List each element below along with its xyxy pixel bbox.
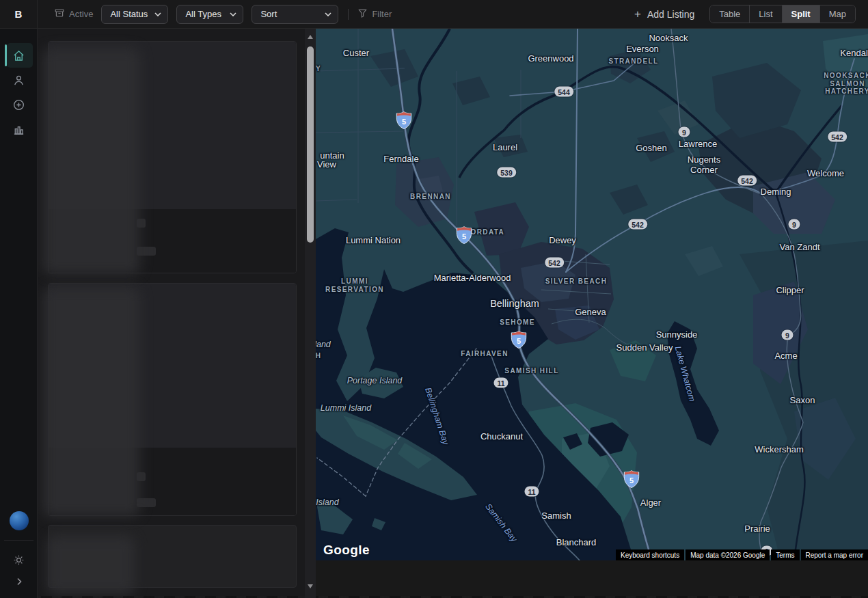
svg-text:5: 5	[517, 337, 521, 345]
svg-text:5: 5	[629, 476, 634, 485]
route-badge: 542	[628, 219, 647, 230]
attribution-item[interactable]: Terms	[771, 549, 799, 560]
status-filter-select[interactable]: All Status	[101, 5, 168, 24]
blurred-listing-content	[43, 287, 140, 517]
attribution-item[interactable]: Report a map error	[801, 549, 868, 560]
funnel-icon	[358, 9, 367, 20]
route-badge: 542	[828, 132, 847, 142]
view-mode-switcher: Table List Split Map	[709, 5, 856, 23]
add-listing-button[interactable]: + Add Listing	[634, 8, 694, 20]
sidebar-item-home[interactable]	[0, 42, 38, 68]
archive-icon	[55, 8, 64, 20]
view-map-button[interactable]: Map	[820, 5, 855, 23]
sort-filter[interactable]: Sort	[252, 9, 338, 19]
below-map-filler	[316, 560, 868, 598]
type-filter[interactable]: All Types	[177, 9, 241, 19]
route-badge: 11	[493, 378, 508, 388]
type-filter-select[interactable]: All Types	[176, 5, 243, 24]
view-split-button[interactable]: Split	[783, 5, 820, 23]
interstate-shield: 5	[623, 470, 640, 489]
svg-text:5: 5	[462, 232, 466, 241]
plus-icon: +	[634, 8, 641, 20]
route-badge: 9	[789, 219, 800, 230]
scroll-down-arrow[interactable]	[308, 584, 313, 588]
view-list-button[interactable]: List	[750, 5, 782, 23]
user-avatar[interactable]	[10, 511, 29, 530]
view-table-button[interactable]: Table	[710, 5, 750, 23]
sidebar-divider	[4, 540, 33, 541]
blurred-listing-content	[43, 48, 140, 275]
route-badge: 539	[497, 167, 516, 178]
interstate-shield: 5	[456, 226, 473, 245]
map-attribution: Keyboard shortcutsMap data ©2026 GoogleT…	[616, 549, 868, 560]
scroll-up-arrow[interactable]	[308, 35, 313, 39]
attribution-item: Map data ©2026 Google	[686, 549, 770, 560]
attribution-item[interactable]: Keyboard shortcuts	[616, 549, 684, 560]
sidebar-item-contacts[interactable]	[0, 67, 38, 93]
sort-select[interactable]: Sort	[252, 5, 338, 24]
sidebar-nav	[0, 29, 38, 598]
interstate-shield: 5	[396, 111, 413, 130]
bar-chart-icon	[12, 123, 25, 136]
blurred-listing-content	[47, 536, 135, 595]
sidebar-item-analytics[interactable]	[0, 116, 38, 142]
sidebar-item-add[interactable]	[0, 92, 38, 118]
listing-panel	[38, 29, 305, 598]
route-badge: 9	[679, 127, 690, 137]
sun-icon	[13, 554, 25, 566]
filter-label: Filter	[372, 9, 392, 19]
active-filter-toggle[interactable]: Active	[55, 8, 93, 20]
top-toolbar: B Active All Status All Types Sort	[0, 0, 868, 29]
toolbar-divider	[348, 9, 349, 20]
filter-button[interactable]: Filter	[358, 9, 392, 20]
app-logo[interactable]: B	[0, 0, 38, 29]
chevron-right-icon	[14, 577, 24, 586]
route-badge: 11	[524, 487, 539, 497]
sidebar-expand-button[interactable]	[0, 571, 38, 593]
active-filter-label: Active	[69, 9, 93, 19]
home-icon	[12, 49, 25, 62]
add-listing-label: Add Listing	[647, 9, 694, 20]
route-badge: 9	[782, 330, 794, 340]
route-badge: 544	[554, 87, 573, 97]
status-filter[interactable]: All Status	[102, 9, 167, 19]
interstate-shield: 5	[511, 331, 528, 349]
map-terrain	[316, 29, 868, 560]
svg-text:5: 5	[402, 118, 406, 126]
map-canvas[interactable]: CusterNooksackEversonGreenwoodKendallLau…	[316, 29, 868, 560]
plus-circle-icon	[12, 98, 25, 111]
route-badge: 542	[737, 176, 757, 186]
theme-toggle-button[interactable]	[0, 549, 38, 571]
scrollbar-thumb[interactable]	[307, 46, 314, 243]
google-logo: Google	[323, 543, 370, 558]
panel-scrollbar[interactable]	[305, 29, 316, 598]
route-badge: 542	[545, 258, 564, 268]
person-icon	[12, 74, 25, 87]
